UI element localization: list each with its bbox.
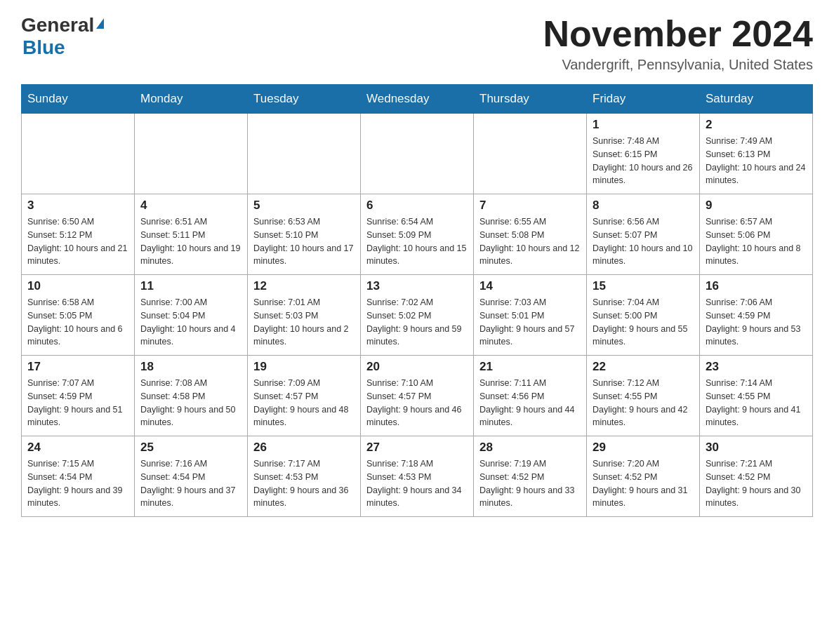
day-number: 16 [706, 279, 807, 293]
day-cell: 7Sunrise: 6:55 AM Sunset: 5:08 PM Daylig… [474, 194, 587, 275]
day-cell: 20Sunrise: 7:10 AM Sunset: 4:57 PM Dayli… [361, 356, 474, 436]
day-info: Sunrise: 7:11 AM Sunset: 4:56 PM Dayligh… [479, 377, 581, 429]
day-cell: 17Sunrise: 7:07 AM Sunset: 4:59 PM Dayli… [22, 356, 135, 436]
day-cell: 29Sunrise: 7:20 AM Sunset: 4:52 PM Dayli… [587, 436, 700, 517]
day-number: 19 [253, 360, 355, 374]
day-cell [135, 114, 248, 194]
day-number: 6 [366, 199, 468, 213]
day-cell: 26Sunrise: 7:17 AM Sunset: 4:53 PM Dayli… [248, 436, 361, 517]
day-number: 15 [593, 279, 694, 293]
day-info: Sunrise: 7:10 AM Sunset: 4:57 PM Dayligh… [366, 377, 468, 429]
day-info: Sunrise: 7:15 AM Sunset: 4:54 PM Dayligh… [27, 457, 128, 510]
day-info: Sunrise: 7:21 AM Sunset: 4:52 PM Dayligh… [706, 457, 807, 510]
day-number: 11 [140, 279, 241, 293]
day-info: Sunrise: 6:53 AM Sunset: 5:10 PM Dayligh… [253, 215, 355, 268]
logo-general-text: General [21, 14, 94, 36]
calendar-table: SundayMondayTuesdayWednesdayThursdayFrid… [21, 84, 813, 517]
day-number: 29 [593, 441, 694, 455]
day-number: 14 [479, 279, 581, 293]
day-number: 8 [593, 199, 694, 213]
day-number: 13 [366, 279, 468, 293]
weekday-header-thursday: Thursday [474, 85, 587, 114]
day-cell: 27Sunrise: 7:18 AM Sunset: 4:53 PM Dayli… [361, 436, 474, 517]
weekday-header-row: SundayMondayTuesdayWednesdayThursdayFrid… [22, 85, 813, 114]
day-cell: 28Sunrise: 7:19 AM Sunset: 4:52 PM Dayli… [474, 436, 587, 517]
day-cell: 5Sunrise: 6:53 AM Sunset: 5:10 PM Daylig… [248, 194, 361, 275]
day-number: 1 [593, 118, 694, 132]
day-info: Sunrise: 7:49 AM Sunset: 6:13 PM Dayligh… [706, 135, 807, 187]
day-number: 12 [253, 279, 355, 293]
day-info: Sunrise: 6:58 AM Sunset: 5:05 PM Dayligh… [27, 296, 128, 349]
day-info: Sunrise: 7:04 AM Sunset: 5:00 PM Dayligh… [593, 296, 694, 349]
day-cell: 22Sunrise: 7:12 AM Sunset: 4:55 PM Dayli… [587, 356, 700, 436]
logo: General Blue [21, 14, 104, 59]
day-cell: 21Sunrise: 7:11 AM Sunset: 4:56 PM Dayli… [474, 356, 587, 436]
day-number: 18 [140, 360, 241, 374]
day-number: 2 [706, 118, 807, 132]
day-cell: 15Sunrise: 7:04 AM Sunset: 5:00 PM Dayli… [587, 275, 700, 356]
day-number: 5 [253, 199, 355, 213]
day-number: 28 [479, 441, 581, 455]
day-number: 30 [706, 441, 807, 455]
week-row-5: 24Sunrise: 7:15 AM Sunset: 4:54 PM Dayli… [22, 436, 813, 517]
week-row-4: 17Sunrise: 7:07 AM Sunset: 4:59 PM Dayli… [22, 356, 813, 436]
day-info: Sunrise: 7:17 AM Sunset: 4:53 PM Dayligh… [253, 457, 355, 510]
day-info: Sunrise: 6:51 AM Sunset: 5:11 PM Dayligh… [140, 215, 241, 268]
day-info: Sunrise: 7:07 AM Sunset: 4:59 PM Dayligh… [27, 377, 128, 429]
week-row-2: 3Sunrise: 6:50 AM Sunset: 5:12 PM Daylig… [22, 194, 813, 275]
day-info: Sunrise: 7:01 AM Sunset: 5:03 PM Dayligh… [253, 296, 355, 349]
weekday-header-saturday: Saturday [700, 85, 813, 114]
month-title: November 2024 [543, 14, 813, 54]
day-cell: 23Sunrise: 7:14 AM Sunset: 4:55 PM Dayli… [700, 356, 813, 436]
day-info: Sunrise: 7:09 AM Sunset: 4:57 PM Dayligh… [253, 377, 355, 429]
logo-arrow-icon [96, 18, 104, 29]
day-cell: 25Sunrise: 7:16 AM Sunset: 4:54 PM Dayli… [135, 436, 248, 517]
day-number: 10 [27, 279, 128, 293]
day-number: 27 [366, 441, 468, 455]
day-cell [22, 114, 135, 194]
day-info: Sunrise: 6:54 AM Sunset: 5:09 PM Dayligh… [366, 215, 468, 268]
day-info: Sunrise: 7:19 AM Sunset: 4:52 PM Dayligh… [479, 457, 581, 510]
day-cell: 12Sunrise: 7:01 AM Sunset: 5:03 PM Dayli… [248, 275, 361, 356]
day-cell: 10Sunrise: 6:58 AM Sunset: 5:05 PM Dayli… [22, 275, 135, 356]
day-number: 4 [140, 199, 241, 213]
week-row-3: 10Sunrise: 6:58 AM Sunset: 5:05 PM Dayli… [22, 275, 813, 356]
day-cell [248, 114, 361, 194]
weekday-header-monday: Monday [135, 85, 248, 114]
day-cell: 1Sunrise: 7:48 AM Sunset: 6:15 PM Daylig… [587, 114, 700, 194]
day-cell: 11Sunrise: 7:00 AM Sunset: 5:04 PM Dayli… [135, 275, 248, 356]
day-info: Sunrise: 7:08 AM Sunset: 4:58 PM Dayligh… [140, 377, 241, 429]
day-cell: 13Sunrise: 7:02 AM Sunset: 5:02 PM Dayli… [361, 275, 474, 356]
logo-blue-text: Blue [22, 36, 65, 59]
day-cell: 6Sunrise: 6:54 AM Sunset: 5:09 PM Daylig… [361, 194, 474, 275]
day-info: Sunrise: 7:00 AM Sunset: 5:04 PM Dayligh… [140, 296, 241, 349]
title-area: November 2024 Vandergrift, Pennsylvania,… [543, 14, 813, 73]
header: General Blue November 2024 Vandergrift, … [21, 14, 813, 73]
day-cell: 8Sunrise: 6:56 AM Sunset: 5:07 PM Daylig… [587, 194, 700, 275]
day-cell: 30Sunrise: 7:21 AM Sunset: 4:52 PM Dayli… [700, 436, 813, 517]
weekday-header-sunday: Sunday [22, 85, 135, 114]
day-number: 23 [706, 360, 807, 374]
day-cell: 2Sunrise: 7:49 AM Sunset: 6:13 PM Daylig… [700, 114, 813, 194]
day-info: Sunrise: 7:48 AM Sunset: 6:15 PM Dayligh… [593, 135, 694, 187]
day-number: 22 [593, 360, 694, 374]
location-title: Vandergrift, Pennsylvania, United States [543, 57, 813, 73]
weekday-header-wednesday: Wednesday [361, 85, 474, 114]
weekday-header-friday: Friday [587, 85, 700, 114]
day-info: Sunrise: 6:50 AM Sunset: 5:12 PM Dayligh… [27, 215, 128, 268]
day-number: 9 [706, 199, 807, 213]
day-info: Sunrise: 6:56 AM Sunset: 5:07 PM Dayligh… [593, 215, 694, 268]
day-cell [361, 114, 474, 194]
day-number: 26 [253, 441, 355, 455]
day-info: Sunrise: 7:18 AM Sunset: 4:53 PM Dayligh… [366, 457, 468, 510]
day-number: 25 [140, 441, 241, 455]
day-info: Sunrise: 7:03 AM Sunset: 5:01 PM Dayligh… [479, 296, 581, 349]
day-cell: 24Sunrise: 7:15 AM Sunset: 4:54 PM Dayli… [22, 436, 135, 517]
day-info: Sunrise: 7:02 AM Sunset: 5:02 PM Dayligh… [366, 296, 468, 349]
day-info: Sunrise: 6:55 AM Sunset: 5:08 PM Dayligh… [479, 215, 581, 268]
day-cell: 9Sunrise: 6:57 AM Sunset: 5:06 PM Daylig… [700, 194, 813, 275]
day-cell: 4Sunrise: 6:51 AM Sunset: 5:11 PM Daylig… [135, 194, 248, 275]
day-number: 20 [366, 360, 468, 374]
day-cell: 14Sunrise: 7:03 AM Sunset: 5:01 PM Dayli… [474, 275, 587, 356]
day-cell [474, 114, 587, 194]
